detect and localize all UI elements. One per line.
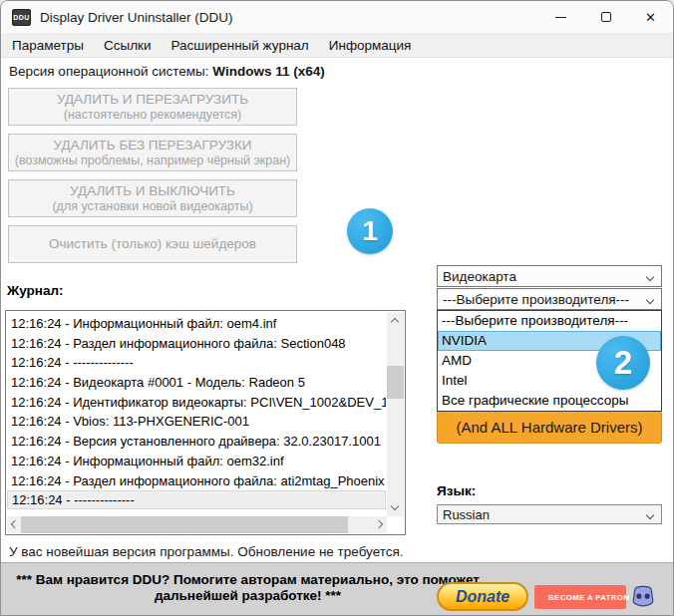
menu-item-information[interactable]: Информация: [319, 33, 422, 58]
language-select[interactable]: Russian: [437, 504, 662, 524]
scrollbar-down-icon[interactable]: [391, 502, 399, 510]
scrollbar-right-icon[interactable]: [375, 520, 383, 528]
log-row[interactable]: 12:16:24 - Версия установленного драйвер…: [7, 432, 386, 452]
button-title: Очистить (только) кэш шейдеров: [49, 236, 256, 252]
scrollbar-left-icon[interactable]: [11, 520, 19, 528]
scrollbar-thumb[interactable]: [387, 366, 404, 399]
button-title: УДАЛИТЬ И ВЫКЛЮЧИТЬ: [70, 183, 235, 199]
log-row-selected[interactable]: 12:16:24 - --------------: [7, 490, 386, 509]
log-row[interactable]: 12:16:24 - Информационный файл: oem4.inf: [7, 314, 386, 334]
vendor-select[interactable]: ---Выберите производителя---: [437, 288, 662, 310]
close-icon: ✕: [645, 10, 656, 25]
callout-1-badge: 1: [347, 208, 393, 254]
donate-label: Donate: [456, 588, 509, 606]
discord-icon: [629, 583, 657, 610]
button-title: УДАЛИТЬ И ПЕРЕЗАГРУЗИТЬ: [57, 92, 248, 108]
log-row[interactable]: 12:16:24 - Vbios: 113-PHXGENERIC-001: [7, 412, 386, 432]
title-bar: DDU Display Driver Uninstaller (DDU) ✕: [1, 1, 673, 33]
log-row[interactable]: 12:16:24 - Идентификатор видеокарты: PCI…: [7, 393, 386, 413]
vendor-select-value: ---Выберите производителя---: [443, 292, 629, 307]
device-type-value: Видеокарта: [443, 269, 516, 284]
vertical-scrollbar[interactable]: [387, 312, 404, 516]
log-label: Журнал:: [7, 283, 64, 298]
log-row[interactable]: 12:16:24 - Видеокарта #0001 - Модель: Ra…: [7, 373, 386, 393]
os-version-label: Версия операционной системы:: [9, 64, 212, 79]
app-icon: DDU: [12, 9, 31, 26]
horizontal-scrollbar[interactable]: [7, 516, 387, 533]
log-row[interactable]: 12:16:24 - Информационный файл: oem32.in…: [7, 452, 386, 471]
device-type-select[interactable]: Видеокарта: [437, 265, 662, 287]
minimize-icon: [555, 17, 566, 18]
patron-button[interactable]: BECOME A PATRON: [534, 585, 626, 609]
uninstall-restart-button[interactable]: УДАЛИТЬ И ПЕРЕЗАГРУЗИТЬ (настоятельно ре…: [8, 88, 297, 126]
log-row[interactable]: 12:16:24 - Раздел информационного файла:…: [7, 471, 386, 491]
scrollbar-up-icon[interactable]: [391, 318, 399, 326]
menu-item-extended-log[interactable]: Расширенный журнал: [162, 33, 319, 58]
button-subtitle: (настоятельно рекомендуется): [64, 108, 241, 123]
button-title: УДАЛИТЬ БЕЗ ПЕРЕЗАГРУЗКИ: [54, 138, 252, 154]
menu-bar: Параметры Ссылки Расширенный журнал Инфо…: [1, 33, 673, 58]
menu-item-parameters[interactable]: Параметры: [2, 33, 94, 58]
os-version-line: Версия операционной системы: Windows 11 …: [9, 64, 325, 79]
patron-label: BECOME A PATRON: [548, 593, 629, 602]
log-listbox[interactable]: 12:16:24 - Информационный файл: oem4.inf…: [5, 310, 406, 535]
app-window: DDU Display Driver Uninstaller (DDU) ✕ П…: [0, 0, 674, 616]
footer-bar: *** Вам нравится DDU? Помогите авторам м…: [1, 562, 673, 615]
support-message: *** Вам нравится DDU? Помогите авторам м…: [6, 572, 490, 604]
clean-button-label: (And ALL Hardware Drivers): [456, 419, 642, 436]
os-version-value: Windows 11 (x64): [212, 64, 324, 79]
log-rows: 12:16:24 - Информационный файл: oem4.inf…: [7, 314, 386, 515]
language-value: Russian: [443, 507, 490, 522]
maximize-icon: [601, 12, 611, 22]
button-subtitle: (для установки новой видеокарты): [52, 199, 252, 214]
vendor-option-all-gpus[interactable]: Все графические процессоры: [438, 391, 661, 411]
vendor-option-placeholder[interactable]: ---Выберите производителя---: [438, 311, 661, 331]
clean-all-hardware-button[interactable]: (And ALL Hardware Drivers): [437, 411, 662, 444]
update-status-text: У вас новейшая версия программы. Обновле…: [9, 544, 404, 559]
window-controls: ✕: [538, 1, 673, 33]
button-subtitle: (возможны проблемы, например чёрный экра…: [15, 154, 290, 168]
log-row[interactable]: 12:16:24 - Раздел информационного файла:…: [7, 334, 386, 354]
chevron-down-icon: [646, 296, 654, 304]
callout-2-badge: 2: [596, 336, 650, 390]
clear-shader-cache-button[interactable]: Очистить (только) кэш шейдеров: [8, 225, 297, 263]
close-button[interactable]: ✕: [628, 1, 673, 33]
uninstall-shutdown-button[interactable]: УДАЛИТЬ И ВЫКЛЮЧИТЬ (для установки новой…: [8, 179, 297, 217]
language-label: Язык:: [437, 483, 476, 498]
menu-item-links[interactable]: Ссылки: [94, 33, 162, 58]
log-row[interactable]: 12:16:24 - --------------: [7, 353, 386, 373]
maximize-button[interactable]: [583, 1, 628, 33]
chevron-down-icon: [646, 511, 654, 519]
uninstall-no-restart-button[interactable]: УДАЛИТЬ БЕЗ ПЕРЕЗАГРУЗКИ (возможны пробл…: [8, 134, 297, 171]
discord-button[interactable]: [629, 583, 657, 610]
scrollbar-thumb[interactable]: [21, 516, 348, 533]
minimize-button[interactable]: [538, 1, 583, 33]
window-title: Display Driver Uninstaller (DDU): [40, 10, 233, 25]
chevron-down-icon: [646, 273, 654, 281]
donate-button[interactable]: Donate: [437, 582, 528, 611]
